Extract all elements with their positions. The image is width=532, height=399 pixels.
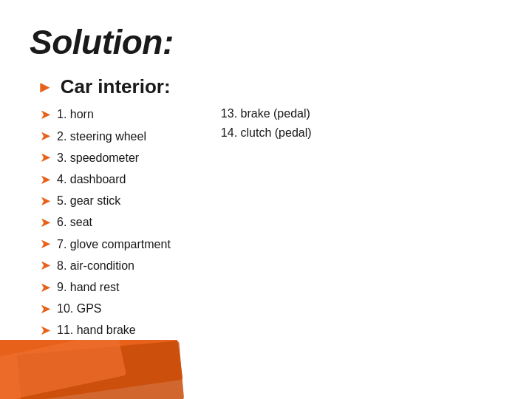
bullet-icon: ➤ — [40, 149, 51, 167]
list-item-text: 9. hand rest — [57, 279, 120, 296]
bullet-icon: ➤ — [40, 235, 51, 253]
list-item-text: 1. horn — [57, 106, 94, 123]
bottom-decoration — [0, 340, 532, 399]
list-item-text: 14. clutch (pedal) — [221, 125, 312, 141]
list-item: ➤1. horn — [40, 106, 171, 124]
list-item: ➤7. glove compartment — [40, 235, 171, 253]
left-list: ➤1. horn➤2. steering wheel➤3. speedomete… — [40, 106, 171, 361]
list-item-text: 13. brake (pedal) — [221, 106, 310, 122]
bullet-icon: ➤ — [40, 127, 51, 146]
content-area: ➤1. horn➤2. steering wheel➤3. speedomete… — [40, 106, 502, 364]
bullet-icon: ➤ — [40, 192, 51, 211]
list-item: ➤2. steering wheel — [40, 127, 171, 146]
bullet-icon: ➤ — [40, 256, 51, 275]
bullet-icon: ➤ — [40, 106, 51, 124]
list-item: ➤8. air-condition — [40, 256, 171, 275]
bullet-icon: ➤ — [40, 300, 51, 318]
section-title: Car interior: — [61, 75, 171, 98]
list-item: ➤3. speedometer — [40, 149, 171, 167]
list-item: ➤5. gear stick — [40, 192, 171, 211]
bullet-icon: ➤ — [40, 321, 51, 340]
bullet-icon: ➤ — [40, 279, 51, 297]
section-header: ► Car interior: — [37, 75, 502, 98]
list-item: ➤6. seat — [40, 214, 171, 232]
right-column: 13. brake (pedal)14. clutch (pedal) — [215, 106, 312, 364]
list-item-text: 4. dashboard — [57, 171, 126, 188]
list-item-text: 11. hand brake — [57, 322, 136, 338]
list-item-text: 2. steering wheel — [57, 129, 146, 145]
list-item: ➤10. GPS — [40, 300, 171, 318]
right-list: 13. brake (pedal)14. clutch (pedal) — [215, 106, 312, 145]
list-item-text: 3. speedometer — [57, 150, 139, 166]
section-arrow-icon: ► — [37, 79, 53, 95]
left-column: ➤1. horn➤2. steering wheel➤3. speedomete… — [40, 106, 171, 364]
bullet-icon: ➤ — [40, 214, 51, 232]
list-item: ➤4. dashboard — [40, 171, 171, 189]
list-item: 14. clutch (pedal) — [215, 125, 312, 141]
list-item-text: 7. glove compartment — [57, 236, 171, 253]
bullet-icon: ➤ — [40, 171, 51, 189]
list-item: ➤11. hand brake — [40, 321, 171, 340]
slide: Solution: ► Car interior: ➤1. horn➤2. st… — [0, 0, 532, 399]
slide-title: Solution: — [30, 22, 502, 62]
list-item: ➤9. hand rest — [40, 279, 171, 297]
list-item-text: 10. GPS — [57, 301, 101, 317]
list-item-text: 5. gear stick — [57, 193, 120, 209]
list-item-text: 8. air-condition — [57, 258, 134, 274]
list-item-text: 6. seat — [57, 214, 92, 231]
list-item: 13. brake (pedal) — [215, 106, 312, 122]
